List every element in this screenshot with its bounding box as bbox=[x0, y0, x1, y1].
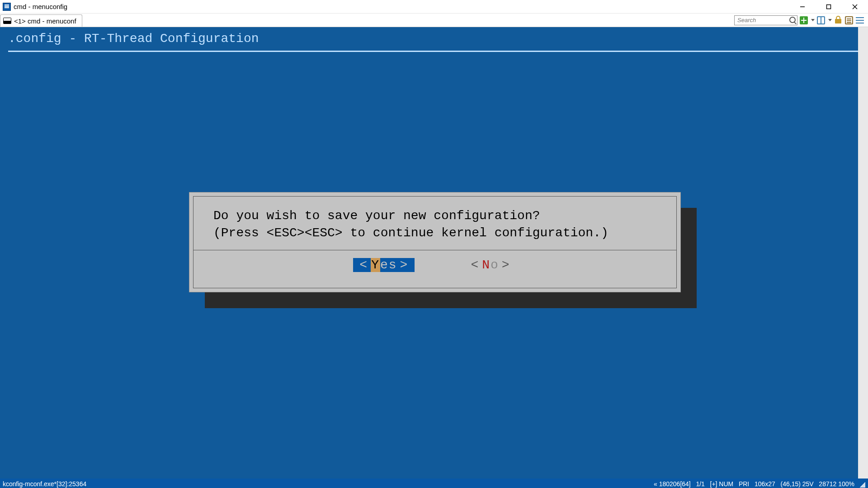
new-tab-dropdown[interactable] bbox=[811, 19, 815, 21]
window-maximize-button[interactable] bbox=[816, 0, 842, 13]
angle-left-icon: < bbox=[357, 258, 371, 272]
minimize-icon bbox=[800, 4, 805, 9]
tab-bar: <1> cmd - menuconf bbox=[0, 14, 868, 27]
resize-grip-icon[interactable] bbox=[858, 480, 865, 488]
no-button[interactable]: < No > bbox=[464, 258, 516, 272]
close-icon bbox=[852, 4, 858, 9]
window-close-button[interactable] bbox=[842, 0, 868, 13]
terminal-area[interactable]: .config - RT-Thread Configuration Do you… bbox=[0, 27, 868, 479]
split-view-button[interactable] bbox=[816, 16, 826, 25]
yes-rest: es bbox=[380, 258, 397, 272]
tab-label: <1> cmd - menuconf bbox=[14, 17, 76, 25]
config-heading: .config - RT-Thread Configuration bbox=[8, 32, 259, 46]
vertical-scrollbar[interactable] bbox=[858, 27, 868, 479]
heading-rule bbox=[8, 51, 860, 52]
save-dialog: Do you wish to save your new configurati… bbox=[189, 192, 681, 292]
split-icon bbox=[817, 16, 825, 24]
angle-right-icon: > bbox=[397, 258, 411, 272]
hamburger-icon bbox=[856, 17, 864, 23]
window-title: cmd - menuconfig bbox=[14, 3, 67, 10]
app-icon bbox=[3, 3, 11, 11]
search-input[interactable] bbox=[734, 15, 797, 25]
toolbar-search[interactable] bbox=[734, 15, 797, 25]
split-view-dropdown[interactable] bbox=[828, 19, 832, 21]
properties-icon bbox=[845, 16, 853, 24]
yes-hotkey: Y bbox=[371, 258, 380, 272]
yes-button[interactable]: < Yes > bbox=[353, 258, 415, 272]
status-left: kconfig-mconf.exe*[32]:25364 bbox=[3, 480, 86, 488]
no-hotkey: N bbox=[482, 258, 491, 272]
menu-button[interactable] bbox=[855, 16, 864, 25]
lock-button[interactable] bbox=[834, 16, 843, 25]
search-icon bbox=[789, 17, 796, 23]
window-minimize-button[interactable] bbox=[789, 0, 816, 13]
angle-left-icon: < bbox=[468, 258, 482, 272]
no-rest: o bbox=[491, 258, 499, 272]
angle-right-icon: > bbox=[499, 258, 513, 272]
window-titlebar: cmd - menuconfig bbox=[0, 0, 868, 14]
dialog-message: Do you wish to save your new configurati… bbox=[213, 207, 609, 242]
dialog-separator bbox=[193, 250, 676, 250]
status-bar: kconfig-mconf.exe*[32]:25364 « 180206[64… bbox=[0, 479, 868, 488]
console-icon bbox=[3, 18, 11, 24]
svg-rect-1 bbox=[827, 5, 831, 9]
status-right: « 180206[64] 1/1 [+] NUM PRI 106x27 (46,… bbox=[654, 480, 854, 488]
maximize-icon bbox=[826, 4, 831, 9]
tab-cmd[interactable]: <1> cmd - menuconf bbox=[0, 14, 82, 27]
properties-button[interactable] bbox=[844, 16, 854, 25]
lock-icon bbox=[835, 19, 841, 23]
new-tab-button[interactable] bbox=[799, 16, 808, 25]
plus-icon bbox=[800, 16, 808, 24]
